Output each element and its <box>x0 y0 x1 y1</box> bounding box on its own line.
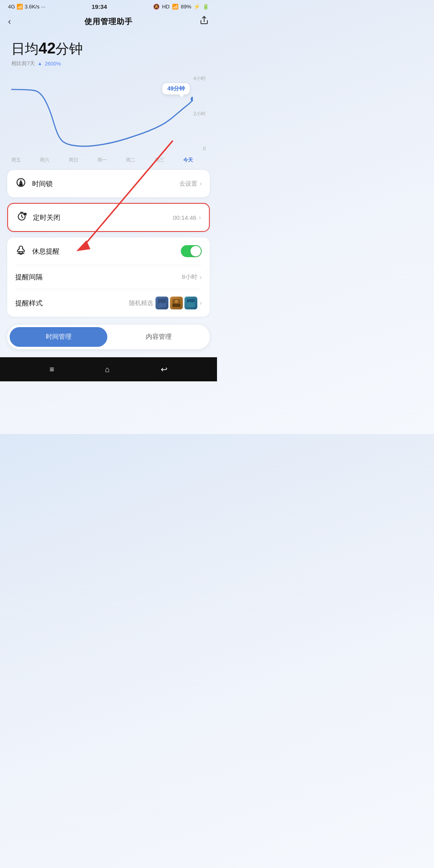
time-lock-row[interactable]: 时间锁 去设置 › <box>7 170 210 197</box>
status-left: 4G 📶 3.6K/s ··· <box>8 4 45 10</box>
time-lock-chevron: › <box>200 180 202 187</box>
timed-close-row[interactable]: ON 定时关闭 00:14:46 › <box>8 204 209 231</box>
daily-prefix: 日均 <box>11 41 39 56</box>
time-lock-card: 时间锁 去设置 › <box>7 170 210 197</box>
trend-arrow-up: ▲ <box>37 61 42 66</box>
hd-label: HD <box>162 4 170 10</box>
sys-nav-home[interactable]: ⌂ <box>105 365 110 374</box>
rest-reminder-left: 休息提醒 <box>15 245 59 258</box>
style-right: 随机精选 › <box>129 297 202 309</box>
bottom-tab-bar: 时间管理 内容管理 <box>7 325 210 349</box>
svg-text:ON: ON <box>24 213 27 215</box>
timed-close-left: ON 定时关闭 <box>16 211 60 224</box>
timed-close-card[interactable]: ON 定时关闭 00:14:46 › <box>7 203 210 232</box>
rest-reminder-label: 休息提醒 <box>32 247 59 256</box>
status-time: 19:34 <box>92 3 107 10</box>
wifi-icon: 📶 <box>172 4 178 10</box>
style-thumb-1 <box>156 297 168 309</box>
x-label-today: 今天 <box>183 157 193 164</box>
battery-icon: 🔋 <box>203 4 209 10</box>
status-dots: ··· <box>41 4 45 10</box>
style-prefix: 随机精选 <box>129 299 153 307</box>
battery-label: 89% <box>181 4 191 10</box>
svg-rect-12 <box>172 304 180 307</box>
timed-close-right: 00:14:46 › <box>173 214 201 221</box>
page-title: 使用管理助手 <box>84 16 133 27</box>
top-nav: ‹ 使用管理助手 <box>0 12 217 32</box>
time-lock-icon <box>15 177 27 190</box>
rest-reminder-toggle[interactable] <box>181 245 202 257</box>
chart-y-labels: 4小时 2小时 0 <box>193 75 206 151</box>
back-button[interactable]: ‹ <box>8 16 24 27</box>
y-label-top: 4小时 <box>193 75 206 82</box>
alarm-icon: 🔕 <box>153 4 160 10</box>
style-thumb-3 <box>184 297 197 309</box>
y-label-mid: 2小时 <box>193 111 206 117</box>
time-lock-action: 去设置 <box>179 180 197 188</box>
timed-close-label: 定时关闭 <box>33 213 60 222</box>
daily-avg-display: 日均42分钟 <box>11 40 206 58</box>
interval-value: 8小时 <box>182 273 197 281</box>
interval-label: 提醒间隔 <box>15 272 43 282</box>
time-lock-label: 时间锁 <box>32 179 53 188</box>
chart-tooltip: 49分钟 <box>162 83 190 94</box>
chart-area: 4小时 2小时 0 49分钟 周五 周六 周日 周一 周二 周三 今天 <box>0 75 217 164</box>
interval-right: 8小时 › <box>182 273 202 281</box>
trend-percent: 2600% <box>45 61 61 67</box>
time-lock-left: 时间锁 <box>15 177 53 190</box>
interval-chevron: › <box>200 274 202 281</box>
time-lock-right: 去设置 › <box>179 180 202 188</box>
daily-unit: 分钟 <box>55 41 83 56</box>
daily-value: 42 <box>39 40 55 57</box>
style-label: 提醒样式 <box>15 299 43 308</box>
system-nav-bar: ≡ ⌂ ↩ <box>0 357 217 381</box>
x-label-mon: 周一 <box>97 157 107 164</box>
timed-close-chevron: › <box>199 214 201 221</box>
signal-bars: 📶 <box>16 4 23 10</box>
tab-content-management[interactable]: 内容管理 <box>110 327 207 347</box>
charging-icon: ⚡ <box>194 4 200 10</box>
sys-nav-back[interactable]: ↩ <box>161 364 168 374</box>
style-chevron: › <box>200 299 202 307</box>
network-speed: 3.6K/s <box>25 4 39 10</box>
rest-reminder-main-row[interactable]: 休息提醒 <box>7 237 210 265</box>
x-label-tue: 周二 <box>126 157 135 164</box>
share-button[interactable] <box>193 16 209 28</box>
svg-point-3 <box>190 96 193 101</box>
cards-section: 时间锁 去设置 › ON <box>0 164 217 321</box>
toggle-knob <box>190 246 201 256</box>
sys-nav-menu[interactable]: ≡ <box>49 365 54 374</box>
carrier-label: 4G <box>8 4 15 10</box>
timed-close-icon: ON <box>16 211 27 224</box>
rest-reminder-icon <box>15 245 27 258</box>
tab-time-management[interactable]: 时间管理 <box>10 327 107 347</box>
reminder-interval-row[interactable]: 提醒间隔 8小时 › <box>7 265 210 289</box>
reminder-style-row[interactable]: 提醒样式 随机精选 › <box>7 289 210 317</box>
x-label-sun: 周日 <box>69 157 78 164</box>
timed-close-value: 00:14:46 <box>173 214 196 221</box>
status-right: 🔕 HD 📶 89% ⚡ 🔋 <box>153 4 209 10</box>
stats-section: 日均42分钟 相比前7天 ▲ 2600% <box>0 32 217 71</box>
x-label-wed: 周三 <box>155 157 164 164</box>
stats-compare: 相比前7天 ▲ 2600% <box>11 60 206 67</box>
y-label-bot: 0 <box>193 146 206 151</box>
style-thumbnails <box>156 297 197 309</box>
style-thumb-2 <box>170 297 183 309</box>
rest-reminder-card: 休息提醒 提醒间隔 8小时 › 提醒样式 随机精选 <box>7 237 210 317</box>
svg-point-11 <box>175 300 178 303</box>
chart-x-labels: 周五 周六 周日 周一 周二 周三 今天 <box>11 157 193 164</box>
svg-rect-5 <box>19 183 23 186</box>
status-bar: 4G 📶 3.6K/s ··· 19:34 🔕 HD 📶 89% ⚡ 🔋 <box>0 0 217 12</box>
x-label-sat: 周六 <box>40 157 49 164</box>
x-label-fri: 周五 <box>11 157 21 164</box>
compare-label: 相比前7天 <box>11 60 35 67</box>
